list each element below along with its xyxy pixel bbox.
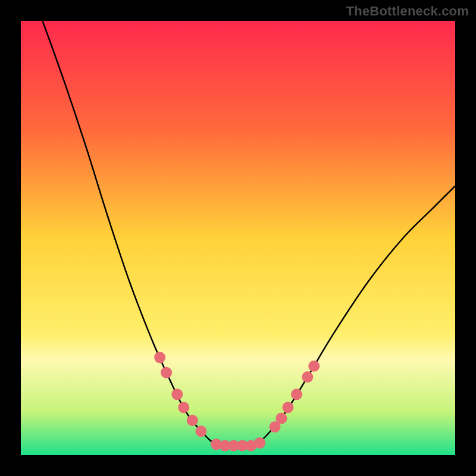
curve-marker xyxy=(282,402,293,413)
curve-marker xyxy=(308,361,320,372)
curve-marker xyxy=(161,367,172,378)
curve-marker xyxy=(254,437,265,449)
curve-marker xyxy=(171,389,183,400)
curve-marker xyxy=(276,412,287,424)
attribution-text: TheBottleneck.com xyxy=(346,4,469,19)
bottleneck-chart xyxy=(21,21,455,455)
curve-marker xyxy=(291,389,302,400)
curve-marker xyxy=(302,371,313,383)
curve-marker xyxy=(195,425,206,437)
curve-marker xyxy=(187,415,198,426)
curve-marker xyxy=(178,402,189,413)
chart-gradient-area xyxy=(21,21,455,455)
curve-marker xyxy=(154,352,165,363)
